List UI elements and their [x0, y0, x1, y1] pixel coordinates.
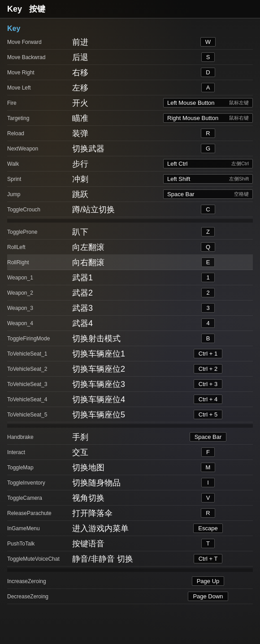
table-row[interactable]: Sprint冲刺Left Shift左侧Shift: [7, 172, 253, 187]
key-binding[interactable]: G: [163, 144, 253, 153]
key-binding[interactable]: F: [163, 447, 253, 457]
table-row[interactable]: ToVehicleSeat_2切换车辆座位2Ctrl + 2: [7, 361, 253, 377]
key-binding[interactable]: Page Down: [163, 592, 253, 601]
table-row[interactable]: Move Backwrad后退S: [7, 50, 253, 65]
key-binding[interactable]: Escape: [163, 524, 253, 533]
chinese-label: 蹲/站立切换: [72, 204, 163, 215]
key-binding[interactable]: Ctrl + 2: [163, 364, 253, 374]
key-binding[interactable]: Q: [163, 242, 253, 252]
key-binding[interactable]: Z: [163, 227, 253, 236]
chinese-label: 装弹: [72, 128, 163, 139]
table-row[interactable]: Move Forward前进W: [7, 34, 253, 50]
table-row[interactable]: IncreaseZeroingPage Up: [7, 574, 253, 589]
key-binding[interactable]: 2: [163, 288, 253, 297]
table-row[interactable]: ToVehicleSeat_5切换车辆座位5Ctrl + 5: [7, 407, 253, 422]
key-badge: I: [201, 478, 215, 487]
table-row[interactable]: PushToTalk按键语音T: [7, 536, 253, 551]
table-row[interactable]: Walk步行Left Ctrl左侧Ctrl: [7, 156, 253, 172]
key-binding[interactable]: C: [163, 205, 253, 214]
table-row[interactable]: Weapon_2武器22: [7, 285, 253, 301]
key-binding[interactable]: Ctrl + 1: [163, 349, 253, 358]
chinese-label: 向左翻滚: [72, 242, 163, 253]
table-row[interactable]: ToggleMuteVoiceChat静音/非静音 切换Ctrl + T: [7, 551, 253, 567]
key-badge-wide: Right Mouse Button鼠标右键: [163, 113, 253, 123]
table-row[interactable]: ToggleFiringMode切换射击模式B: [7, 331, 253, 346]
key-binding[interactable]: W: [163, 37, 253, 47]
key-binding[interactable]: Ctrl + 4: [163, 395, 253, 404]
table-row[interactable]: ToggleCrouch蹲/站立切换C: [7, 202, 253, 217]
key-binding[interactable]: T: [163, 539, 253, 548]
key-binding[interactable]: 1: [163, 273, 253, 282]
key-binding[interactable]: R: [163, 129, 253, 138]
table-row[interactable]: ToggleMap切换地图M: [7, 460, 253, 475]
key-binding[interactable]: A: [163, 83, 253, 92]
key-binding[interactable]: Space Bar空格键: [163, 189, 253, 199]
chinese-label: 切换武器: [72, 143, 163, 154]
key-binding[interactable]: 3: [163, 303, 253, 313]
table-row[interactable]: NextWeapon切换武器G: [7, 141, 253, 156]
key-binding[interactable]: Space Bar: [163, 432, 253, 442]
key-binding[interactable]: M: [163, 463, 253, 472]
key-binding[interactable]: V: [163, 493, 253, 502]
chinese-label: 切换车辆座位3: [72, 379, 163, 390]
key-badge: F: [201, 447, 215, 457]
action-label: RollRight: [7, 259, 72, 266]
key-binding[interactable]: I: [163, 478, 253, 487]
key-badge-wide: Left Ctrl左侧Ctrl: [163, 159, 253, 168]
action-label: Fire: [7, 100, 72, 106]
chinese-label: 趴下: [72, 227, 163, 237]
action-label: InGameMenu: [7, 525, 72, 532]
table-row[interactable]: Weapon_4武器44: [7, 316, 253, 331]
key-binding[interactable]: Left Mouse Button鼠标左键: [163, 98, 253, 107]
table-row[interactable]: Move Left左移A: [7, 80, 253, 95]
table-row[interactable]: ToVehicleSeat_4切换车辆座位4Ctrl + 4: [7, 392, 253, 407]
action-label: Weapon_4: [7, 320, 72, 326]
table-row[interactable]: Weapon_1武器11: [7, 270, 253, 285]
chinese-label: 左移: [72, 82, 163, 93]
table-row[interactable]: ToVehicleSeat_1切换车辆座位1Ctrl + 1: [7, 346, 253, 361]
table-row[interactable]: Reload装弹R: [7, 126, 253, 141]
action-label: Walk: [7, 161, 72, 167]
key-binding[interactable]: 4: [163, 318, 253, 328]
action-label: ToVehicleSeat_4: [7, 396, 72, 403]
key-binding[interactable]: Left Ctrl左侧Ctrl: [163, 159, 253, 168]
table-row[interactable]: Targeting瞄准Right Mouse Button鼠标右键: [7, 111, 253, 126]
table-row[interactable]: ReleaseParachute打开降落伞R: [7, 506, 253, 521]
key-binding[interactable]: Right Mouse Button鼠标右键: [163, 113, 253, 123]
key-binding[interactable]: E: [163, 258, 253, 267]
table-row[interactable]: DecreaseZeroingPage Down: [7, 589, 253, 604]
table-row[interactable]: RollRight向右翻滚E: [7, 255, 253, 270]
keybind-rows: Move Forward前进WMove Backwrad后退SMove Righ…: [7, 34, 253, 604]
table-row[interactable]: InGameMenu进入游戏内菜单Escape: [7, 521, 253, 536]
table-row[interactable]: ToggleCamera视角切换V: [7, 490, 253, 506]
key-binding[interactable]: Ctrl + 3: [163, 379, 253, 389]
table-row[interactable]: Move Right右移D: [7, 65, 253, 80]
key-binding[interactable]: R: [163, 508, 253, 518]
table-row[interactable]: Weapon_3武器33: [7, 301, 253, 316]
action-label: ToggleCrouch: [7, 206, 72, 213]
key-binding[interactable]: D: [163, 68, 253, 77]
table-row[interactable]: RollLeft向左翻滚Q: [7, 240, 253, 255]
key-binding[interactable]: Page Up: [163, 576, 253, 586]
key-binding[interactable]: Ctrl + T: [163, 554, 253, 563]
key-binding[interactable]: Left Shift左侧Shift: [163, 174, 253, 184]
table-row[interactable]: ToggleInventory切换随身物品I: [7, 475, 253, 490]
table-row[interactable]: Jump跳跃Space Bar空格键: [7, 187, 253, 202]
chinese-label: 跳跃: [72, 189, 163, 200]
table-row[interactable]: Fire开火Left Mouse Button鼠标左键: [7, 95, 253, 111]
chinese-label: 进入游戏内菜单: [72, 523, 163, 534]
table-row[interactable]: Interact交互F: [7, 445, 253, 460]
key-badge: Page Up: [192, 576, 225, 586]
action-label: Targeting: [7, 115, 72, 121]
chinese-label: 按键语音: [72, 538, 163, 549]
key-badge: Ctrl + 3: [194, 379, 222, 389]
key-badge: Ctrl + 2: [194, 364, 222, 374]
key-binding[interactable]: B: [163, 334, 253, 343]
key-binding[interactable]: S: [163, 52, 253, 62]
table-row[interactable]: Handbrake手刹Space Bar: [7, 429, 253, 445]
action-label: ToggleProne: [7, 229, 72, 235]
table-row[interactable]: ToggleProne趴下Z: [7, 224, 253, 240]
key-badge: R: [201, 508, 215, 518]
table-row[interactable]: ToVehicleSeat_3切换车辆座位3Ctrl + 3: [7, 377, 253, 392]
key-binding[interactable]: Ctrl + 5: [163, 410, 253, 419]
